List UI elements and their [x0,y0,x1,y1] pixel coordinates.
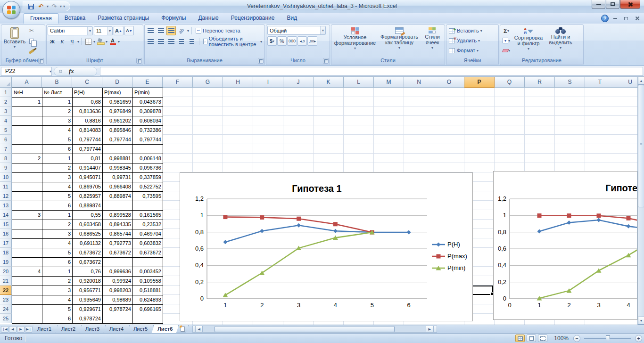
cell-E20[interactable]: 0,003452 [133,267,163,277]
scrollbar-split-handle[interactable] [433,326,437,333]
cell-A24[interactable] [12,305,42,314]
cell-C10[interactable]: 0,945071 [73,173,103,182]
cell-C1[interactable]: P(H) [73,88,103,98]
column-header-T[interactable]: T [585,77,615,88]
insert-function-button[interactable]: fx [69,67,74,75]
cell-A10[interactable] [12,173,42,182]
cell-C7[interactable]: 0,797744 [73,145,103,154]
row-header-11[interactable]: 11 [0,182,12,191]
ribbon-tab-4[interactable]: Формулы [155,13,192,24]
align-top-button[interactable] [146,26,155,35]
cell-E8[interactable]: 0,006148 [133,154,163,163]
cell-C8[interactable]: 0,81 [73,154,103,163]
orientation-button[interactable]: ab [177,26,186,35]
column-header-M[interactable]: M [374,77,404,88]
cell-D9[interactable]: 0,998345 [103,163,133,173]
font-dialog-launcher[interactable] [136,58,142,64]
borders-button[interactable] [83,37,93,46]
next-sheet-button[interactable]: ▶ [17,326,25,333]
cell-B9[interactable]: 2 [42,163,73,173]
align-left-button[interactable] [146,37,155,46]
row-header-18[interactable]: 18 [0,248,12,257]
cell-A22[interactable] [12,286,42,295]
cell-C19[interactable]: 0,673672 [73,258,103,267]
cell-A20[interactable]: 4 [12,267,42,277]
cell-E5[interactable]: 0,732386 [133,126,163,135]
row-header-25[interactable]: 25 [0,314,12,323]
column-header-J[interactable]: J [283,77,314,88]
currency-format-button[interactable]: $▾ [267,36,277,46]
cell-E7[interactable] [133,145,163,154]
align-bottom-button[interactable] [166,26,176,35]
cell-C18[interactable]: 0,673672 [73,248,103,258]
increase-indent-button[interactable] [187,37,197,46]
borders-dropdown[interactable]: ▾ [93,40,95,44]
cell-B22[interactable]: 3 [42,286,73,295]
cell-B12[interactable]: 5 [42,192,73,201]
cell-C25[interactable]: 0,978724 [73,314,103,324]
cell-A13[interactable] [12,201,42,211]
ribbon-tab-6[interactable]: Рецензирование [225,13,281,24]
cell-A3[interactable] [12,107,42,116]
cell-B2[interactable]: 1 [42,98,73,107]
cell-D5[interactable]: 0,895846 [103,126,133,135]
cut-button[interactable]: ✂ [27,26,36,35]
row-header-21[interactable]: 21 [0,276,12,286]
cell-A1[interactable]: №H [12,88,42,98]
cell-B19[interactable]: 6 [42,258,73,267]
align-center-button[interactable] [156,37,165,46]
cell-D6[interactable]: 0,797744 [103,135,133,145]
cell-D2[interactable]: 0,981659 [103,98,133,107]
cell-A4[interactable] [12,116,42,126]
scroll-down-button[interactable]: ▼ [638,317,644,325]
font-name-select[interactable]: Calibri▾ [48,26,93,35]
sheet-tab-5[interactable]: Лист5 [127,325,154,334]
row-header-12[interactable]: 12 [0,191,12,201]
cell-B20[interactable]: 1 [42,267,73,277]
cell-D23[interactable]: 0,98689 [103,295,133,305]
font-color-dropdown[interactable]: ▾ [118,40,120,44]
row-header-22[interactable]: 22 [0,286,12,295]
increase-decimal-button[interactable]: ◂,0 [297,36,307,46]
sheet-tab-6[interactable]: Лист6 [151,325,179,334]
cell-E25[interactable] [133,314,163,324]
cell-C20[interactable]: 0,76 [73,267,103,277]
cell-B15[interactable]: 2 [42,220,73,229]
cell-A25[interactable] [12,314,42,324]
cell-D20[interactable]: 0,999636 [103,267,133,277]
cell-C2[interactable]: 0,68 [73,98,103,107]
percent-format-button[interactable]: % [277,36,287,46]
zoom-level[interactable]: 100% [554,335,569,342]
zoom-slider[interactable] [584,338,631,339]
cell-A14[interactable]: 3 [12,211,42,220]
cell-A5[interactable] [12,126,42,135]
cell-C6[interactable]: 0,797744 [73,135,103,145]
row-header-7[interactable]: 7 [0,144,12,154]
column-header-I[interactable]: I [253,77,283,88]
row-header-10[interactable]: 10 [0,172,12,182]
cell-C3[interactable]: 0,813636 [73,107,103,116]
delete-cells-button[interactable]: ✕Удалить▾ [447,36,481,45]
cell-A11[interactable] [12,182,42,192]
cell-B10[interactable]: 3 [42,173,73,182]
row-header-24[interactable]: 24 [0,304,12,314]
cell-E11[interactable]: 0,522752 [133,182,163,192]
cell-D18[interactable]: 0,673672 [103,248,133,258]
cell-D11[interactable]: 0,966408 [103,182,133,192]
cell-C21[interactable]: 0,920018 [73,277,103,286]
fill-color-dropdown[interactable]: ▾ [106,40,107,44]
ribbon-tab-3[interactable]: Разметка страницы [91,13,155,24]
cell-E14[interactable]: 0,161565 [133,211,163,220]
cell-A16[interactable] [12,229,42,239]
ribbon-tab-7[interactable]: Вид [281,13,303,24]
column-header-P[interactable]: P [464,77,495,88]
bold-button[interactable]: Ж [48,37,57,46]
cell-C15[interactable]: 0,603458 [73,220,103,229]
cell-B1[interactable]: № Лист [42,88,73,98]
cell-B23[interactable]: 4 [42,295,73,305]
decrease-indent-button[interactable] [177,37,186,46]
cell-C16[interactable]: 0,686525 [73,229,103,239]
cell-D3[interactable]: 0,976849 [103,107,133,116]
row-header-19[interactable]: 19 [0,257,12,267]
workbook-minimize-button[interactable] [611,15,619,22]
